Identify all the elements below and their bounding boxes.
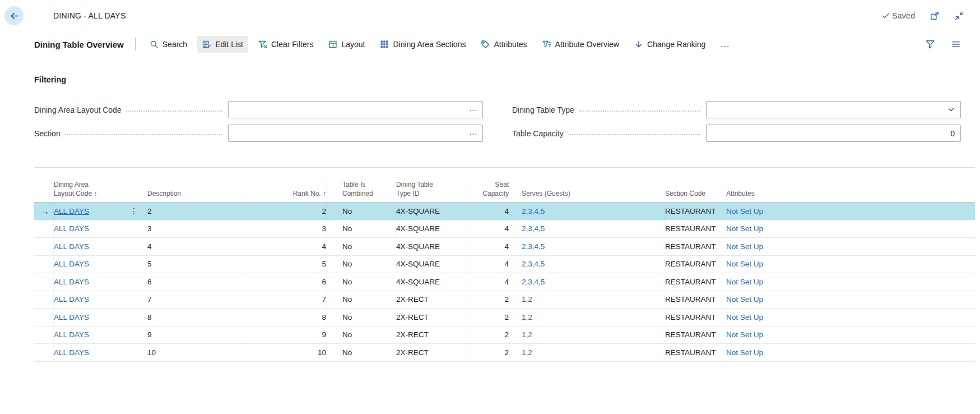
- layout-button[interactable]: Layout: [323, 36, 370, 53]
- description-cell[interactable]: 5: [147, 256, 248, 273]
- layout-code-cell[interactable]: ALL DAYS: [53, 291, 147, 309]
- table-is-combined-cell[interactable]: No: [326, 291, 396, 309]
- serves-guests-cell[interactable]: 2,3,4,5: [509, 220, 665, 238]
- serves-guests-cell[interactable]: 1,2: [509, 291, 665, 309]
- layout-code-link[interactable]: ALL DAYS: [54, 330, 89, 339]
- column-header-serves-guests[interactable]: Serves (Guests): [509, 188, 665, 198]
- rank-no-cell[interactable]: 6: [248, 273, 326, 291]
- section-code-cell[interactable]: RESTAURANT: [665, 309, 726, 326]
- serves-guests-link[interactable]: 1,2: [522, 313, 532, 321]
- column-header-section-code[interactable]: Section Code: [665, 188, 726, 198]
- seat-capacity-cell[interactable]: 2: [470, 326, 509, 344]
- serves-guests-link[interactable]: 2,3,4,5: [522, 278, 545, 286]
- serves-guests-cell[interactable]: 2,3,4,5: [509, 256, 665, 273]
- attributes-cell[interactable]: Not Set Up: [726, 344, 975, 361]
- edit-list-button[interactable]: Edit List: [197, 36, 248, 53]
- assist-edit-button[interactable]: ...: [465, 102, 482, 118]
- rank-no-cell[interactable]: 5: [248, 256, 326, 273]
- table-is-combined-cell[interactable]: No: [326, 256, 396, 273]
- dining-table-type-id-cell[interactable]: 4X-SQUARE: [396, 203, 470, 220]
- dining-area-layout-code-input[interactable]: [229, 102, 465, 118]
- serves-guests-link[interactable]: 2,3,4,5: [522, 207, 545, 215]
- attributes-cell[interactable]: Not Set Up: [726, 291, 975, 309]
- layout-code-cell[interactable]: ALL DAYS: [53, 203, 147, 220]
- rank-no-cell[interactable]: 8: [248, 309, 326, 326]
- search-button[interactable]: Search: [145, 36, 192, 53]
- row-selector[interactable]: [34, 256, 53, 273]
- rank-no-cell[interactable]: 9: [248, 326, 326, 344]
- dining-table-type-id-cell[interactable]: 2X-RECT: [396, 326, 470, 344]
- description-cell[interactable]: 7: [147, 291, 248, 309]
- section-code-cell[interactable]: RESTAURANT: [665, 344, 726, 361]
- layout-code-link[interactable]: ALL DAYS: [54, 207, 89, 215]
- table-row[interactable]: ALL DAYS 8 8 No 2X-RECT 2 1,2 RESTAURANT…: [34, 309, 975, 326]
- rank-no-cell[interactable]: 2: [248, 203, 326, 220]
- table-row[interactable]: ALL DAYS 9 9 No 2X-RECT 2 1,2 RESTAURANT…: [34, 326, 975, 344]
- back-button[interactable]: [4, 6, 24, 25]
- dining-table-type-id-cell[interactable]: 2X-RECT: [396, 291, 470, 309]
- section-code-cell[interactable]: RESTAURANT: [665, 220, 726, 238]
- list-options-button[interactable]: [951, 39, 961, 49]
- clear-filters-button[interactable]: Clear Filters: [253, 36, 318, 53]
- section-code-cell[interactable]: RESTAURANT: [665, 291, 726, 309]
- serves-guests-cell[interactable]: 2,3,4,5: [509, 238, 665, 255]
- layout-code-cell[interactable]: ALL DAYS: [53, 344, 147, 361]
- description-cell[interactable]: 10: [147, 344, 248, 361]
- layout-code-cell[interactable]: ALL DAYS: [53, 256, 147, 273]
- row-selector[interactable]: [34, 220, 53, 238]
- section-code-cell[interactable]: RESTAURANT: [665, 326, 726, 344]
- attributes-cell[interactable]: Not Set Up: [726, 203, 975, 220]
- serves-guests-cell[interactable]: 1,2: [509, 344, 665, 361]
- dining-table-type-id-cell[interactable]: 4X-SQUARE: [396, 256, 470, 273]
- column-header-layout-code[interactable]: Dining Area Layout Code ↑: [53, 180, 147, 198]
- serves-guests-cell[interactable]: 2,3,4,5: [509, 273, 665, 291]
- serves-guests-link[interactable]: 2,3,4,5: [522, 260, 545, 268]
- rank-no-cell[interactable]: 4: [248, 238, 326, 255]
- section-code-cell[interactable]: RESTAURANT: [665, 256, 726, 273]
- layout-code-link[interactable]: ALL DAYS: [54, 260, 89, 268]
- seat-capacity-cell[interactable]: 4: [470, 256, 509, 273]
- table-row[interactable]: ALL DAYS 3 3 No 4X-SQUARE 4 2,3,4,5 REST…: [34, 220, 975, 238]
- seat-capacity-cell[interactable]: 4: [470, 220, 509, 238]
- seat-capacity-cell[interactable]: 2: [470, 309, 509, 326]
- attributes-link[interactable]: Not Set Up: [726, 260, 763, 268]
- attributes-link[interactable]: Not Set Up: [726, 224, 763, 233]
- table-is-combined-cell[interactable]: No: [326, 203, 396, 220]
- attributes-link[interactable]: Not Set Up: [726, 278, 763, 286]
- rank-no-cell[interactable]: 10: [248, 344, 326, 361]
- attributes-link[interactable]: Not Set Up: [726, 207, 763, 215]
- attributes-cell[interactable]: Not Set Up: [726, 309, 975, 326]
- layout-code-link[interactable]: ALL DAYS: [54, 295, 89, 303]
- table-is-combined-cell[interactable]: No: [326, 238, 396, 255]
- table-row[interactable]: ALL DAYS 7 7 No 2X-RECT 2 1,2 RESTAURANT…: [34, 291, 975, 309]
- serves-guests-link[interactable]: 2,3,4,5: [522, 242, 545, 251]
- table-row[interactable]: ALL DAYS 6 6 No 4X-SQUARE 4 2,3,4,5 REST…: [34, 273, 975, 291]
- serves-guests-cell[interactable]: 2,3,4,5: [509, 203, 665, 220]
- description-cell[interactable]: 9: [147, 326, 248, 344]
- more-options-button[interactable]: …: [716, 36, 734, 52]
- layout-code-cell[interactable]: ALL DAYS: [53, 273, 147, 291]
- column-header-seat-capacity[interactable]: Seat Capacity: [470, 180, 509, 198]
- rank-no-cell[interactable]: 7: [248, 291, 326, 309]
- seat-capacity-cell[interactable]: 2: [470, 344, 509, 361]
- description-cell[interactable]: 2: [147, 203, 248, 220]
- row-selector[interactable]: [34, 326, 53, 344]
- attributes-link[interactable]: Not Set Up: [726, 242, 763, 251]
- table-row[interactable]: ALL DAYS 10 10 No 2X-RECT 2 1,2 RESTAURA…: [34, 344, 975, 362]
- row-selector[interactable]: [34, 273, 53, 291]
- layout-code-link[interactable]: ALL DAYS: [54, 224, 89, 233]
- filter-pane-toggle[interactable]: [925, 39, 935, 49]
- layout-code-cell[interactable]: ALL DAYS: [53, 220, 147, 238]
- table-is-combined-cell[interactable]: No: [326, 326, 396, 344]
- layout-code-link[interactable]: ALL DAYS: [54, 278, 89, 286]
- table-capacity-input[interactable]: [707, 125, 960, 141]
- column-header-rank-no[interactable]: Rank No. ↑: [248, 188, 326, 198]
- column-header-description[interactable]: Description: [147, 188, 248, 198]
- attributes-link[interactable]: Not Set Up: [726, 330, 763, 339]
- table-is-combined-cell[interactable]: No: [326, 273, 396, 291]
- serves-guests-link[interactable]: 1,2: [522, 330, 532, 339]
- attributes-link[interactable]: Not Set Up: [726, 313, 763, 321]
- seat-capacity-cell[interactable]: 2: [470, 291, 509, 309]
- section-code-cell[interactable]: RESTAURANT: [665, 203, 726, 220]
- table-is-combined-cell[interactable]: No: [326, 220, 396, 238]
